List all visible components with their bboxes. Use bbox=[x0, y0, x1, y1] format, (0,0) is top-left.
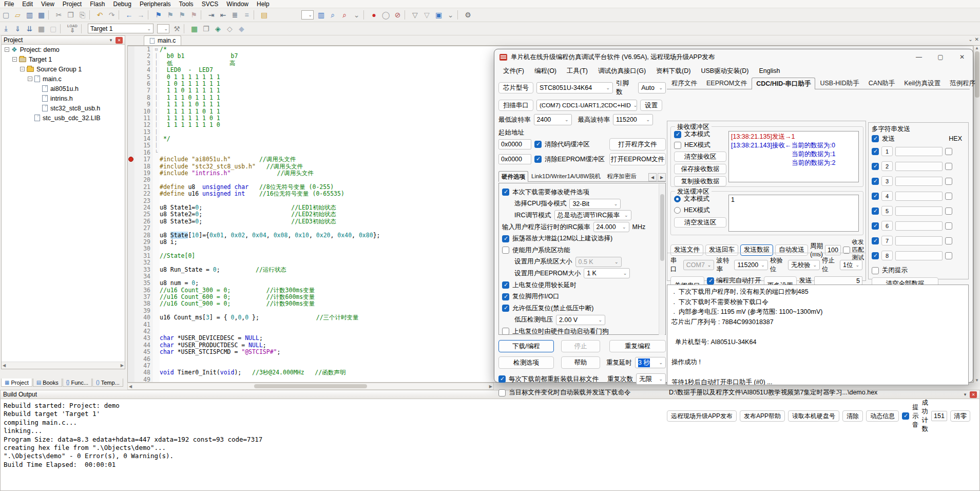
editor-tab-main-c[interactable]: main.c bbox=[144, 35, 181, 45]
breakpoint-margin[interactable] bbox=[128, 184, 134, 191]
multi-row-2-input[interactable] bbox=[895, 162, 943, 171]
hw-tab-2[interactable]: 程序加密后 bbox=[604, 171, 640, 181]
parity-select[interactable]: 无校验⌄ bbox=[788, 260, 820, 270]
multi-row-2-button[interactable]: 2 bbox=[881, 161, 893, 171]
toolbar-combo[interactable]: ⌄ bbox=[301, 10, 314, 20]
copy-receive-button[interactable]: 复制接收数据 bbox=[674, 176, 726, 186]
breakpoint-margin[interactable] bbox=[128, 376, 134, 383]
project-hscrollbar[interactable]: ◀▶ bbox=[2, 362, 125, 369]
breakpoint-margin[interactable] bbox=[128, 369, 134, 376]
breakpoint-icon[interactable] bbox=[128, 157, 133, 162]
box-select-icon[interactable]: ▣ bbox=[433, 10, 445, 21]
breakpoint-margin[interactable] bbox=[128, 46, 134, 53]
maximize-button[interactable]: ▢ bbox=[930, 50, 951, 64]
serial-com-select[interactable]: COM7⌄ bbox=[683, 260, 715, 270]
scroll-left-icon[interactable]: ◀ bbox=[3, 363, 6, 368]
breakpoint-disable-icon[interactable]: ⊘ bbox=[392, 10, 403, 21]
stc-menu-item-0[interactable]: 文件(F) bbox=[498, 66, 529, 77]
stopbit-select[interactable]: 1位⌄ bbox=[840, 260, 862, 270]
build-icon[interactable]: ⇓ bbox=[12, 23, 24, 34]
scroll-right-icon[interactable]: ▶ bbox=[489, 384, 492, 389]
multi-row-3-input[interactable] bbox=[895, 177, 943, 186]
hw-option-6-select[interactable]: 0.5 K⌄ bbox=[575, 257, 622, 267]
stc-bottom-button-0[interactable]: 远程现场升级APP发布 bbox=[667, 410, 737, 422]
multi-row-8-hex-checkbox[interactable] bbox=[945, 252, 952, 259]
clear-code-checkbox[interactable] bbox=[534, 141, 542, 148]
multi-row-6-hex-checkbox[interactable] bbox=[945, 222, 952, 230]
multi-row-5-checkbox[interactable] bbox=[872, 207, 879, 215]
stop-button[interactable]: 停止 bbox=[561, 340, 600, 352]
multi-row-8-checkbox[interactable] bbox=[872, 252, 879, 259]
stc-menu-item-4[interactable]: 资料下载(D) bbox=[651, 66, 695, 77]
breakpoint-margin[interactable] bbox=[128, 314, 134, 321]
stc-menu-item-3[interactable]: 调试仿真接口(G) bbox=[593, 66, 650, 77]
box-select-drop-icon[interactable]: ⌄ bbox=[445, 10, 456, 21]
multi-row-5-input[interactable] bbox=[895, 206, 943, 216]
multi-row-1-input[interactable] bbox=[895, 147, 943, 156]
stc-tab-3[interactable]: USB-HID助手 bbox=[815, 77, 863, 89]
beep-checkbox[interactable] bbox=[902, 412, 909, 420]
pin-icon[interactable]: ▾ bbox=[107, 37, 114, 44]
save-icon[interactable]: ▥ bbox=[24, 10, 35, 21]
breakpoint-margin[interactable] bbox=[128, 74, 134, 81]
breakpoint-margin[interactable] bbox=[128, 53, 134, 60]
breakpoint-margin[interactable] bbox=[128, 280, 134, 287]
undo-icon[interactable]: ↶ bbox=[94, 10, 106, 21]
minimize-button[interactable]: — bbox=[908, 50, 930, 64]
hw-option-1-select[interactable]: 32-Bit⌄ bbox=[569, 199, 621, 209]
scroll-up-icon[interactable]: ▲ bbox=[975, 46, 979, 50]
toolbar-combo[interactable]: ⌄ bbox=[157, 24, 169, 33]
multi-row-1-hex-checkbox[interactable] bbox=[945, 148, 952, 155]
repeat-times-select[interactable]: 无限⌄ bbox=[636, 373, 666, 385]
chip-type-button[interactable]: 芯片型号 bbox=[498, 82, 533, 93]
breakpoint-margin[interactable] bbox=[128, 267, 134, 273]
breakpoint-margin[interactable] bbox=[128, 101, 134, 108]
clear-send-button[interactable]: 清空发送区 bbox=[674, 217, 726, 228]
options-scrollbar[interactable] bbox=[659, 184, 665, 335]
breakpoint-margin[interactable] bbox=[128, 177, 134, 183]
expander-icon[interactable]: − bbox=[12, 57, 17, 62]
breakpoint-margin[interactable] bbox=[128, 108, 134, 115]
stc-tab-4[interactable]: CAN助手 bbox=[864, 77, 899, 89]
hw-option-9-checkbox[interactable] bbox=[502, 293, 509, 300]
multi-row-7-button[interactable]: 7 bbox=[881, 236, 893, 245]
multi-row-4-input[interactable] bbox=[895, 192, 943, 201]
breakpoint-margin[interactable] bbox=[128, 129, 134, 136]
hw-option-4-checkbox[interactable] bbox=[502, 235, 509, 242]
multi-send-all-checkbox[interactable] bbox=[872, 135, 879, 142]
hw-option-12-checkbox[interactable] bbox=[502, 328, 509, 335]
breakpoint-margin[interactable] bbox=[128, 273, 134, 280]
help-button[interactable]: 帮助 bbox=[561, 356, 600, 369]
filter-a-icon[interactable]: ▽ bbox=[409, 10, 421, 21]
breakpoint-margin[interactable] bbox=[128, 136, 134, 142]
multi-row-4-button[interactable]: 4 bbox=[881, 191, 893, 201]
breakpoint-margin[interactable] bbox=[128, 198, 134, 204]
open-program-file-button[interactable]: 打开程序文件 bbox=[609, 138, 666, 150]
load-application-icon[interactable]: LOAD⇩ bbox=[65, 24, 80, 33]
breakpoint-margin[interactable] bbox=[128, 142, 134, 149]
quick-find-icon[interactable]: ⌕ bbox=[339, 10, 351, 21]
stc-bottom-button-4[interactable]: 动态信息 bbox=[866, 410, 899, 422]
multi-row-6-input[interactable] bbox=[895, 221, 943, 231]
multi-row-4-hex-checkbox[interactable] bbox=[945, 193, 952, 200]
hw-tab-0[interactable]: 硬件选项 bbox=[498, 171, 528, 182]
chip-select[interactable]: STC8051U-34K64⌄ bbox=[536, 82, 613, 93]
tree-item-ai8051u-h[interactable]: ai8051u.h bbox=[2, 84, 125, 93]
bookmark-prev-icon[interactable]: ⚑ bbox=[164, 10, 176, 21]
rebuild-all-icon[interactable]: ⇊ bbox=[24, 23, 35, 34]
pins-select[interactable]: Auto⌄ bbox=[638, 82, 666, 93]
repeat-delay-select[interactable]: 3 秒⌄ bbox=[635, 357, 666, 368]
auto-open-after-program-checkbox[interactable] bbox=[707, 277, 714, 285]
breakpoint-margin[interactable] bbox=[128, 342, 134, 349]
multi-row-7-input[interactable] bbox=[895, 236, 943, 245]
breakpoint-margin[interactable] bbox=[128, 67, 134, 73]
max-baud-select[interactable]: 115200⌄ bbox=[613, 114, 653, 125]
hw-option-2-select[interactable]: 总是动态调节IRC频率⌄ bbox=[554, 210, 631, 220]
breakpoint-margin[interactable] bbox=[128, 232, 134, 239]
breakpoint-margin[interactable] bbox=[128, 308, 134, 314]
breakpoint-margin[interactable] bbox=[128, 300, 134, 307]
breakpoint-margin[interactable] bbox=[128, 211, 134, 218]
panel-tab-books[interactable]: ▤Books bbox=[33, 379, 62, 387]
multi-row-3-checkbox[interactable] bbox=[872, 178, 879, 185]
serial-port-select[interactable]: (COM7) CDC1-UART1,2CDC+HID⌄ bbox=[536, 100, 637, 111]
